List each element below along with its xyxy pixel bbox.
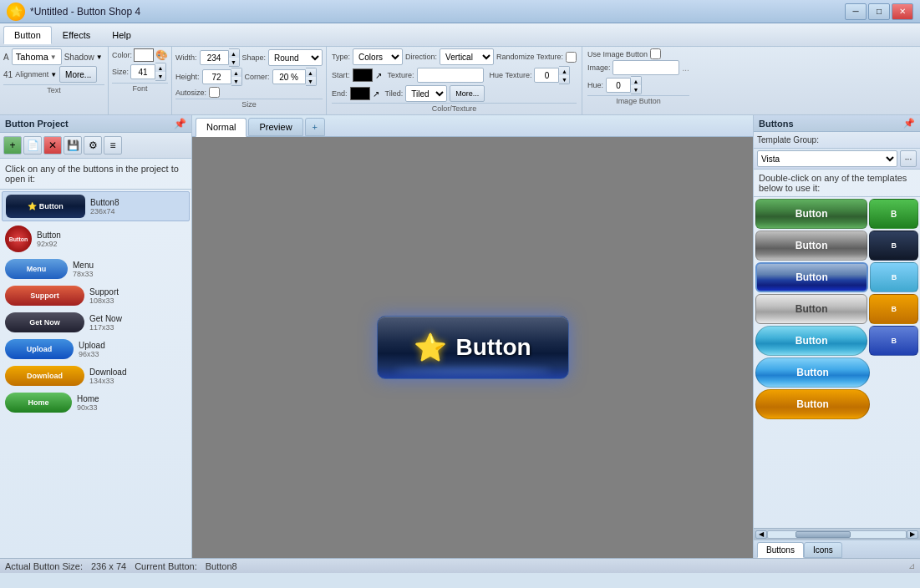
template-item[interactable]: Button: [755, 262, 868, 292]
template-item[interactable]: B: [869, 326, 918, 356]
canvas-tab-normal[interactable]: Normal: [196, 118, 247, 137]
main-layout: Button Project 📌 + 📄 ✕ 💾 ⚙ ≡ Click on an…: [0, 115, 920, 558]
toolbars: A Tahoma ▼ Shadow ▼ 41 Alignment ▼ More.…: [0, 47, 920, 115]
list-icon-btn[interactable]: ≡: [104, 136, 122, 155]
corner-input[interactable]: [272, 69, 306, 84]
height-up[interactable]: ▲: [231, 68, 241, 77]
sidebar-item[interactable]: Button Button 92x92: [2, 223, 190, 255]
scrollbar-thumb[interactable]: [795, 531, 851, 538]
actual-size-value: 236 x 74: [91, 561, 126, 571]
template-row: Button B: [755, 294, 918, 324]
template-item[interactable]: B: [870, 262, 918, 292]
tiled-select[interactable]: Tiled: [405, 85, 447, 102]
panel-pin-icon[interactable]: 📌: [903, 118, 915, 129]
preview-button[interactable]: ⭐ Button: [377, 316, 569, 379]
font-family-select[interactable]: Tahoma ▼: [12, 48, 62, 65]
sidebar-list: ⭐ Button Button8 236x74 Button Button 92…: [0, 190, 191, 558]
scroll-right-btn[interactable]: ▶: [907, 530, 918, 539]
sidebar-item[interactable]: Download Download 134x33: [2, 363, 190, 388]
template-item[interactable]: Button: [755, 231, 867, 261]
randomize-checkbox[interactable]: [566, 52, 577, 63]
more-button[interactable]: More...: [59, 66, 97, 83]
delete-button[interactable]: ✕: [43, 136, 62, 155]
use-image-checkbox[interactable]: [650, 48, 661, 59]
menu-tab-button[interactable]: Button: [3, 26, 52, 44]
font-size-down[interactable]: ▼: [155, 72, 165, 80]
hue-up[interactable]: ▲: [631, 77, 641, 85]
scroll-left-btn[interactable]: ◀: [755, 530, 767, 539]
font-size-value: 41: [3, 70, 13, 79]
start-color-swatch[interactable]: [353, 68, 373, 82]
color-swatch-white[interactable]: [134, 48, 154, 62]
hue-down[interactable]: ▼: [631, 85, 641, 94]
preview-button-text: Button: [455, 334, 531, 361]
hue-texture-input[interactable]: [534, 68, 559, 83]
canvas-area: Normal Preview + ⭐ Button: [192, 115, 753, 558]
font-size-spinner[interactable]: ▲ ▼: [130, 63, 166, 81]
color-picker-icon[interactable]: 🎨: [155, 49, 168, 61]
end-color-swatch[interactable]: [350, 87, 370, 100]
actual-size-label: Actual Button Size:: [5, 561, 83, 571]
template-item[interactable]: Button: [755, 326, 867, 356]
direction-select[interactable]: Vertical: [440, 48, 494, 65]
settings-icon-btn[interactable]: ⚙: [84, 136, 102, 155]
image-input[interactable]: [612, 60, 679, 75]
color-section-label: Color/Texture: [332, 103, 577, 113]
corner-down[interactable]: ▼: [306, 77, 316, 85]
sidebar-item[interactable]: Menu Menu 78x33: [2, 256, 190, 281]
canvas-tab-add[interactable]: +: [305, 118, 325, 136]
shape-select[interactable]: Round: [268, 49, 323, 66]
start-color-picker[interactable]: ↗: [375, 71, 382, 80]
template-item[interactable]: Button: [755, 389, 870, 419]
hue-texture-up[interactable]: ▲: [559, 67, 569, 75]
font-size-input[interactable]: [130, 64, 155, 79]
status-bar: Actual Button Size: 236 x 74 Current But…: [0, 558, 920, 573]
template-item[interactable]: B: [869, 294, 918, 324]
bottom-tab-icons[interactable]: Icons: [804, 542, 842, 558]
resize-handle-icon[interactable]: ⊿: [908, 561, 915, 570]
height-down[interactable]: ▼: [231, 77, 241, 85]
template-item[interactable]: B: [869, 231, 918, 261]
sidebar-pin-icon[interactable]: 📌: [174, 118, 186, 129]
menu-bar: Button Effects Help: [0, 23, 920, 47]
save-icon-btn[interactable]: 💾: [64, 136, 82, 155]
width-input[interactable]: [200, 50, 229, 65]
type-select[interactable]: Colors: [353, 48, 403, 65]
window-title: *Untitled - Button Shop 4: [30, 6, 140, 18]
texture-input[interactable]: [417, 68, 484, 83]
more2-button[interactable]: More...: [450, 85, 485, 102]
autosize-checkbox[interactable]: [209, 87, 220, 98]
end-color-picker[interactable]: ↗: [373, 89, 379, 99]
template-group-row: Template Group:: [754, 132, 920, 149]
template-menu-button[interactable]: ···: [900, 150, 917, 167]
sidebar-item[interactable]: Home Home 90x33: [2, 390, 190, 415]
template-item[interactable]: Button: [755, 294, 867, 324]
canvas-tab-preview[interactable]: Preview: [248, 118, 302, 136]
scrollbar-track[interactable]: [767, 530, 907, 539]
title-bar-left: ⭐ *Untitled - Button Shop 4: [7, 3, 140, 21]
bottom-tab-buttons[interactable]: Buttons: [757, 542, 804, 558]
template-item[interactable]: Button: [755, 199, 867, 229]
template-scrollbar[interactable]: ◀ ▶: [754, 528, 920, 540]
menu-tab-help[interactable]: Help: [101, 26, 142, 44]
hue-input[interactable]: [606, 78, 631, 93]
close-button[interactable]: ✕: [892, 3, 913, 20]
template-item[interactable]: B: [869, 199, 918, 229]
minimize-button[interactable]: ─: [845, 3, 867, 20]
template-item[interactable]: Button: [755, 357, 870, 388]
maximize-button[interactable]: □: [868, 3, 890, 20]
width-up[interactable]: ▲: [229, 49, 239, 58]
width-down[interactable]: ▼: [229, 58, 239, 66]
corner-up[interactable]: ▲: [306, 68, 316, 77]
sidebar-item[interactable]: Get Now Get Now 117x33: [2, 310, 190, 335]
sidebar-item[interactable]: ⭐ Button Button8 236x74: [2, 191, 190, 221]
height-input[interactable]: [202, 69, 231, 84]
sidebar-item[interactable]: Upload Upload 96x33: [2, 337, 190, 362]
template-group-select[interactable]: Vista: [757, 150, 897, 167]
add-button[interactable]: +: [3, 136, 22, 155]
new-button[interactable]: 📄: [23, 136, 42, 155]
hue-texture-down[interactable]: ▼: [559, 75, 569, 84]
sidebar-item[interactable]: Support Support 108x33: [2, 283, 190, 308]
font-size-up[interactable]: ▲: [155, 63, 165, 72]
menu-tab-effects[interactable]: Effects: [52, 26, 101, 44]
